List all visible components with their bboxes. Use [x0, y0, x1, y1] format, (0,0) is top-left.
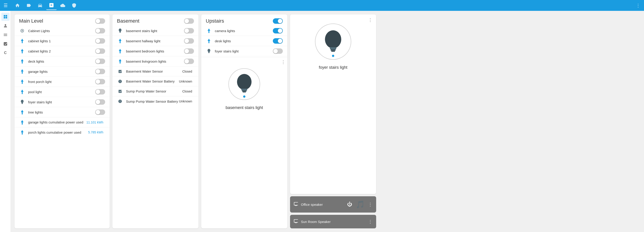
- camera-lights-name: camera lights: [215, 29, 273, 33]
- bsmt-bedroom-icon: [117, 49, 123, 53]
- main-level-title: Main Level: [19, 18, 43, 24]
- device-row: tree lights: [14, 107, 110, 117]
- office-speaker-name: Office speaker: [301, 203, 345, 207]
- bsmt-stairs-toggle[interactable]: [184, 28, 194, 33]
- sidebar-icon-c[interactable]: C: [1, 49, 10, 57]
- svg-marker-12: [21, 120, 24, 124]
- foyer-stairs-toggle[interactable]: [95, 99, 105, 105]
- foyer-stairs-icon: [19, 100, 26, 104]
- top-nav: ☰ ⋮: [0, 0, 644, 11]
- cabinet-lights-icon: [19, 28, 26, 33]
- sump-pump-name: Sump Pump Water Sensor: [126, 89, 182, 93]
- cabinet-lights-toggle[interactable]: [95, 28, 105, 33]
- front-porch-toggle[interactable]: [95, 79, 105, 84]
- bsmt-water-name: Basement Water Sensor: [126, 69, 182, 73]
- sidebar-icon-chart[interactable]: [1, 40, 10, 48]
- basement-title: Basement: [117, 18, 139, 24]
- device-row: camera lights: [201, 26, 287, 36]
- porch-power-icon: [19, 130, 26, 134]
- basement-bulb-svg: [236, 74, 252, 94]
- sun-room-speaker-more-icon[interactable]: ⋮: [368, 219, 372, 224]
- device-row: basement livingroom lights: [112, 56, 198, 66]
- bsmt-water-bat-value: Unknown: [179, 80, 192, 83]
- sidebar-icon-person[interactable]: [1, 22, 10, 30]
- sump-pump-value: Closed: [182, 90, 192, 93]
- pool-light-toggle[interactable]: [95, 89, 105, 95]
- device-row: garage lights: [14, 66, 110, 77]
- camera-lights-toggle[interactable]: [273, 28, 283, 33]
- nav-car[interactable]: [35, 1, 45, 10]
- sun-room-speaker-screen-icon: [294, 219, 299, 225]
- bsmt-hallway-icon: [117, 39, 123, 43]
- office-speaker-power-icon[interactable]: ⏻: [347, 202, 352, 207]
- svg-marker-2: [21, 39, 24, 43]
- garage-lights-toggle[interactable]: [95, 69, 105, 74]
- nav-home[interactable]: [12, 1, 23, 10]
- desk-lights-toggle[interactable]: [273, 38, 283, 44]
- svg-rect-30: [330, 47, 336, 49]
- bsmt-water-bat-name: Basement Water Sensor Battery: [126, 79, 179, 83]
- upstairs-card: Upstairs camera lights desk lights: [201, 14, 287, 228]
- device-row: Basement Water Sensor Closed: [112, 66, 198, 76]
- bsmt-hallway-toggle[interactable]: [184, 38, 194, 44]
- svg-rect-26: [241, 89, 247, 91]
- foyer-up-icon: [206, 49, 212, 53]
- sidebar-icon-list[interactable]: [1, 31, 10, 39]
- nav-nfc[interactable]: [46, 1, 57, 10]
- svg-marker-3: [21, 49, 24, 53]
- sidebar-icon-grid[interactable]: [1, 13, 10, 21]
- device-row: Sump Pump Water Sensor Closed: [112, 86, 198, 96]
- device-row: Sump Pump Water Sensor Battery Unknown: [112, 96, 198, 106]
- svg-rect-31: [330, 49, 336, 51]
- main-level-toggle[interactable]: [95, 18, 105, 24]
- bsmt-living-icon: [117, 59, 123, 64]
- upstairs-toggle[interactable]: [273, 18, 283, 24]
- device-row: foyer stairs light: [201, 46, 287, 56]
- bsmt-water-value: Closed: [182, 70, 192, 73]
- cabinet-lights-2-name: cabinet lights 2: [28, 49, 95, 53]
- deck-lights-toggle[interactable]: [95, 59, 105, 64]
- svg-marker-5: [21, 69, 24, 74]
- svg-rect-32: [331, 51, 335, 52]
- bsmt-living-toggle[interactable]: [184, 59, 194, 64]
- bsmt-bedroom-toggle[interactable]: [184, 48, 194, 54]
- main-level-header: Main Level: [14, 14, 110, 26]
- nav-cloud[interactable]: [58, 1, 68, 10]
- foyer-light-name: foyer stairs light: [319, 65, 348, 70]
- svg-point-22: [208, 49, 210, 52]
- foyer-bulb-circle: [315, 23, 351, 60]
- tree-lights-toggle[interactable]: [95, 110, 105, 115]
- cabinet-lights-1-toggle[interactable]: [95, 38, 105, 44]
- foyer-up-name: foyer stairs light: [215, 49, 273, 53]
- svg-rect-10: [22, 104, 23, 104]
- pool-light-name: pool light: [28, 90, 95, 94]
- nav-shield[interactable]: [69, 1, 79, 10]
- device-row: Basement Water Sensor Battery Unknown: [112, 76, 198, 86]
- device-row: basement bedroom lights: [112, 46, 198, 56]
- foyer-stairs-name: foyer stairs light: [28, 100, 95, 104]
- cabinet-lights-1-icon: [19, 39, 26, 43]
- svg-marker-18: [119, 49, 122, 53]
- office-speaker-music-icon: 🎵: [356, 200, 365, 209]
- top-more-icon[interactable]: ⋮: [634, 1, 642, 10]
- cabinet-lights-2-toggle[interactable]: [95, 48, 105, 54]
- svg-marker-19: [119, 59, 122, 64]
- svg-rect-9: [22, 103, 23, 104]
- svg-point-29: [325, 30, 341, 48]
- foyer-more-icon[interactable]: ⋮: [368, 17, 372, 23]
- svg-rect-16: [120, 32, 120, 33]
- device-row: Cabinet Lights: [14, 26, 110, 36]
- menu-icon[interactable]: ☰: [2, 1, 10, 10]
- device-row: front porch light: [14, 77, 110, 87]
- desk-lights-name: desk lights: [215, 39, 273, 43]
- bsmt-stairs-name: basement stairs light: [126, 29, 184, 33]
- foyer-light-card: ⋮ foyer stairs light: [290, 14, 376, 194]
- nav-tag[interactable]: [24, 1, 34, 10]
- office-speaker-more-icon[interactable]: ⋮: [368, 202, 372, 207]
- garage-power-value: 11.101 kWh: [86, 120, 103, 124]
- basement-toggle[interactable]: [184, 18, 194, 24]
- device-row: basement hallway light: [112, 36, 198, 46]
- pool-light-icon: [19, 90, 26, 94]
- basement-detail-more-icon[interactable]: ⋮: [281, 59, 286, 65]
- foyer-up-toggle[interactable]: [273, 48, 283, 54]
